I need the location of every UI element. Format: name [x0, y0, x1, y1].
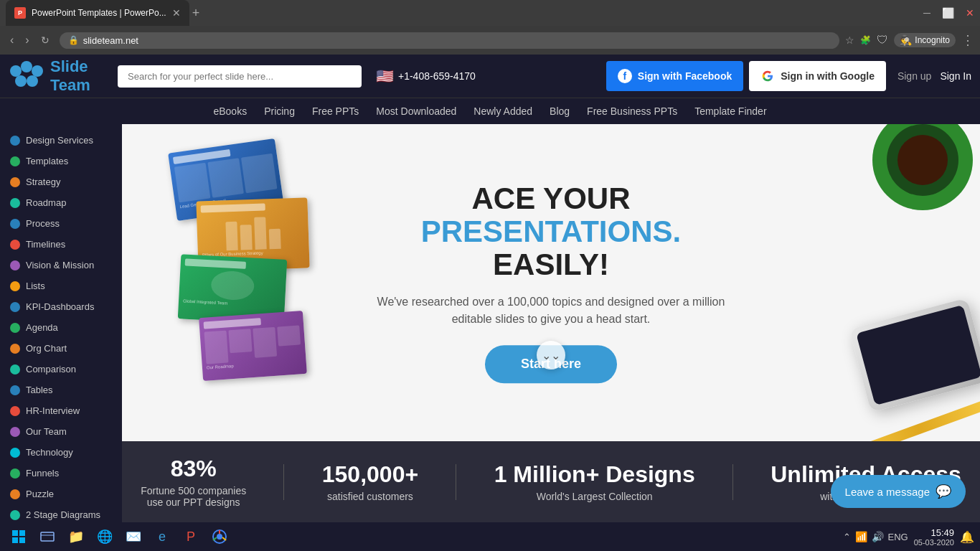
sidebar-item-technology[interactable]: Technology — [0, 442, 122, 463]
search-input[interactable] — [118, 65, 362, 88]
back-button[interactable]: ‹ — [6, 32, 18, 48]
kpi-icon — [10, 302, 20, 312]
network-icon: 📶 — [855, 531, 867, 542]
sidebar-item-templates[interactable]: Templates — [0, 151, 122, 171]
sidebar-item-funnels[interactable]: Funnels — [0, 463, 122, 484]
nav-template-finder[interactable]: Template Finder — [694, 105, 766, 117]
sidebar-item-timelines[interactable]: Timelines — [0, 234, 122, 255]
start-button[interactable] — [6, 524, 32, 550]
signin-link[interactable]: Sign In — [940, 70, 971, 82]
taskbar-browser[interactable]: 🌐 — [92, 524, 118, 550]
sidebar-item-puzzle[interactable]: Puzzle — [0, 484, 122, 504]
strategy-icon — [10, 177, 20, 187]
hero-title-highlight: PRESENTATIONS. — [421, 215, 681, 248]
taskbar-mail[interactable]: ✉️ — [121, 524, 146, 550]
phone-decoration — [858, 312, 980, 398]
social-buttons: f Sign with Facebook Sign in with Google… — [606, 61, 971, 91]
sidebar-item-process[interactable]: Process — [0, 213, 122, 234]
technology-icon — [10, 448, 20, 458]
stat-designs-desc: World's Largest Collection — [494, 491, 695, 502]
sidebar-item-kpi-dashboards[interactable]: KPI-Dashboards — [0, 296, 122, 317]
sidebar-item-hr-interview[interactable]: HR-Interview — [0, 400, 122, 421]
chevron-down-icon: ⌄⌄ — [542, 349, 560, 362]
system-tray: ⌃ 📶 🔊 ENG — [843, 531, 908, 542]
navbar-actions: ☆ 🧩 🛡 🕵 Incognito ⋮ — [845, 32, 974, 48]
sidebar-label: Timelines — [26, 239, 65, 250]
sidebar-item-org-chart[interactable]: Org Chart — [0, 338, 122, 359]
logo-area[interactable]: Slide Team — [9, 57, 109, 95]
close-button[interactable]: ✕ — [966, 7, 974, 19]
lock-icon: 🔒 — [68, 35, 79, 45]
sidebar-item-design-services[interactable]: Design Services — [0, 130, 122, 151]
taskbar-ie[interactable]: e — [149, 524, 175, 550]
flag-icon: 🇺🇸 — [376, 67, 394, 85]
nav-blog[interactable]: Blog — [550, 105, 570, 117]
content-wrapper: Lead Generation Funnel Pillars of Our Bu… — [122, 124, 980, 522]
volume-icon: 🔊 — [872, 531, 884, 542]
maximize-button[interactable]: ⬜ — [942, 7, 954, 19]
browser-navbar: ‹ › ↻ 🔒 slideteam.net ☆ 🧩 🛡 🕵 Incognito … — [0, 26, 980, 55]
taskbar-chrome[interactable] — [207, 524, 232, 550]
browser-menu-button[interactable]: ⋮ — [961, 32, 974, 48]
sidebar-label: Comparison — [26, 364, 76, 375]
taskbar: 📁 🌐 ✉️ e P ⌃ 📶 🔊 ENG 15:49 05-03-2020 — [0, 522, 980, 551]
google-signin-button[interactable]: Sign in with Google — [749, 61, 886, 91]
refresh-button[interactable]: ↻ — [37, 32, 54, 48]
minimize-button[interactable]: ─ — [923, 7, 930, 19]
sidebar-item-tables[interactable]: Tables — [0, 380, 122, 400]
new-tab-button[interactable]: + — [192, 6, 200, 21]
extensions-icon[interactable]: 🧩 — [860, 35, 871, 45]
taskbar-right: ⌃ 📶 🔊 ENG 15:49 05-03-2020 🔔 — [843, 527, 974, 547]
sidebar-item-our-team[interactable]: Our Team — [0, 421, 122, 442]
sidebar-label: Roadmap — [26, 197, 66, 208]
tab-close[interactable]: ✕ — [172, 7, 181, 19]
leave-message-button[interactable]: Leave a message 💬 — [831, 475, 966, 508]
signup-link[interactable]: Sign up — [897, 70, 931, 82]
templates-icon — [10, 156, 20, 166]
org-chart-icon — [10, 344, 20, 354]
sidebar-item-agenda[interactable]: Agenda — [0, 317, 122, 338]
our-team-icon — [10, 427, 20, 437]
forward-button[interactable]: › — [21, 32, 33, 48]
notification-icon[interactable]: 🔔 — [960, 530, 974, 544]
nav-newly-added[interactable]: Newly Added — [473, 105, 532, 117]
fb-btn-label: Sign with Facebook — [638, 70, 732, 82]
sidebar-label: Strategy — [26, 176, 60, 187]
taskbar-powerpoint[interactable]: P — [178, 524, 204, 550]
ie-icon: e — [159, 529, 166, 545]
browser-tab[interactable]: P PowerPoint Templates | PowerPo... ✕ — [6, 0, 189, 26]
up-arrow-icon[interactable]: ⌃ — [843, 532, 851, 542]
sidebar-item-lists[interactable]: Lists — [0, 276, 122, 296]
browser-titlebar: P PowerPoint Templates | PowerPo... ✕ + … — [0, 0, 980, 26]
nav-free-ppts[interactable]: Free PPTs — [312, 105, 359, 117]
nav-ebooks[interactable]: eBooks — [213, 105, 247, 117]
nav-most-downloaded[interactable]: Most Downloaded — [376, 105, 456, 117]
funnels-icon — [10, 468, 20, 479]
bookmark-icon[interactable]: ☆ — [845, 34, 854, 46]
hr-interview-icon — [10, 406, 20, 416]
nav-free-business-ppts[interactable]: Free Business PPTs — [587, 105, 677, 117]
address-bar[interactable]: 🔒 slideteam.net — [60, 32, 840, 49]
sidebar-item-roadmap[interactable]: Roadmap — [0, 192, 122, 213]
task-view-button[interactable] — [34, 524, 60, 550]
nav-pricing[interactable]: Pricing — [264, 105, 295, 117]
windows-logo-icon — [11, 529, 26, 544]
taskbar-file-explorer[interactable]: 📁 — [63, 524, 89, 550]
scroll-down-button[interactable]: ⌄⌄ — [537, 341, 565, 369]
facebook-signin-button[interactable]: f Sign with Facebook — [606, 61, 743, 91]
sidebar-item-2-stage[interactable]: 2 Stage Diagrams — [0, 504, 122, 522]
sidebar-item-comparison[interactable]: Comparison — [0, 359, 122, 380]
sidebar-label: Process — [26, 218, 60, 229]
tab-favicon: P — [14, 7, 26, 19]
sidebar-item-vision-mission[interactable]: Vision & Mission — [0, 255, 122, 276]
chat-icon: 💬 — [936, 484, 951, 499]
site-navigation: eBooks Pricing Free PPTs Most Downloaded… — [0, 98, 980, 124]
sidebar-item-strategy[interactable]: Strategy — [0, 171, 122, 192]
process-icon — [10, 219, 20, 229]
design-services-icon — [10, 136, 20, 146]
svg-rect-6 — [19, 530, 25, 536]
incognito-button[interactable]: 🕵 Incognito — [894, 33, 956, 47]
file-explorer-icon: 📁 — [68, 529, 84, 545]
svg-point-1 — [21, 61, 32, 72]
svg-point-2 — [32, 65, 43, 77]
